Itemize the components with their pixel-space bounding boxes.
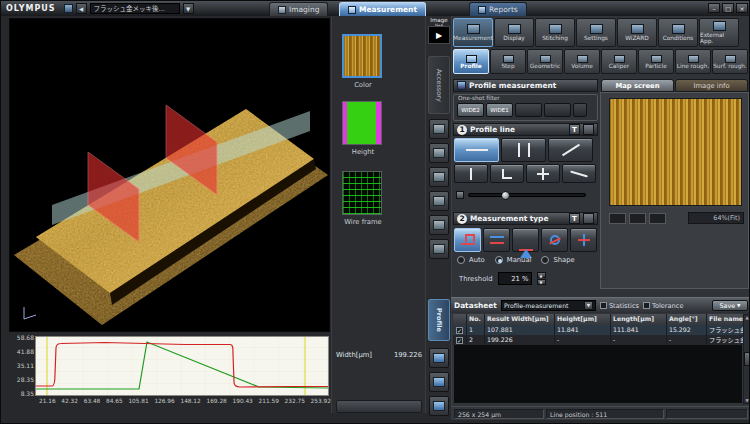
document-dropdown-button[interactable]: ▼ bbox=[183, 3, 194, 14]
image-list-expand-button[interactable]: ▶ bbox=[428, 26, 450, 44]
radio-auto[interactable] bbox=[457, 256, 465, 264]
profile-tool-icon-3[interactable] bbox=[429, 396, 449, 416]
datasheet-title: Datasheet bbox=[454, 301, 497, 310]
filter-wide2-button[interactable]: WIDE2 bbox=[457, 103, 484, 117]
thumb-panel-button[interactable] bbox=[336, 400, 422, 413]
statistics-checkbox[interactable] bbox=[600, 302, 607, 309]
threshold-input[interactable]: 21 % bbox=[498, 272, 532, 285]
minimize-button[interactable]: – bbox=[708, 3, 720, 13]
ribbon-wizard-button[interactable]: WiZARD bbox=[617, 18, 657, 47]
scroll-down-icon[interactable]: ▼ bbox=[745, 398, 748, 403]
measurement-type-options-button[interactable] bbox=[583, 213, 594, 224]
ribbon-measurement-button[interactable]: Measurement bbox=[453, 18, 493, 47]
map-thumb-3[interactable] bbox=[649, 213, 666, 224]
horizontal-line-button[interactable] bbox=[454, 138, 499, 162]
map-preview-image[interactable] bbox=[609, 98, 742, 206]
tab-imaging[interactable]: Imaging bbox=[269, 2, 328, 16]
x-tick: 211.59 bbox=[259, 398, 279, 404]
ribbon-settings-button[interactable]: Settings bbox=[576, 18, 616, 47]
threshold-down-button[interactable]: ▼ bbox=[537, 279, 546, 285]
ribbon-external-app-button[interactable]: External App. bbox=[699, 18, 739, 47]
row-checkbox[interactable]: ✓ bbox=[456, 327, 463, 334]
save-button[interactable]: Save ▼ bbox=[712, 300, 748, 311]
mode-particle-button[interactable]: Particle bbox=[638, 49, 674, 74]
thumbnail-height[interactable] bbox=[342, 101, 382, 145]
diagonal-line-button[interactable] bbox=[548, 138, 593, 162]
tolerance-checkbox-row[interactable]: Tolerance bbox=[643, 302, 683, 310]
cell-height: - bbox=[555, 335, 611, 345]
radio-manual[interactable] bbox=[495, 256, 503, 264]
tab-image-info[interactable]: Image info bbox=[675, 79, 748, 92]
free-line-button[interactable] bbox=[562, 164, 596, 183]
cross-section-measure-button[interactable] bbox=[570, 228, 597, 252]
3d-view-icon[interactable] bbox=[429, 119, 449, 139]
grid-icon[interactable] bbox=[429, 191, 449, 211]
mode-caliper-button[interactable]: Caliper bbox=[601, 49, 637, 74]
ruler-icon[interactable] bbox=[429, 239, 449, 259]
mode-volume-button[interactable]: Volume bbox=[564, 49, 600, 74]
datasheet-type-dropdown[interactable]: Profile-measurement ▼ bbox=[501, 300, 596, 311]
table-row[interactable]: ✓ 1 107.881 11.841 111.841 15.292 フラッシュ金 bbox=[453, 325, 743, 335]
layer-icon[interactable] bbox=[429, 167, 449, 187]
status-empty-segment bbox=[666, 409, 748, 419]
close-button[interactable]: × bbox=[736, 3, 748, 13]
thumbnail-color[interactable] bbox=[342, 34, 382, 78]
threshold-up-button[interactable]: ▲ bbox=[537, 272, 546, 278]
map-thumb-2[interactable] bbox=[629, 213, 646, 224]
angle-measure-button[interactable] bbox=[512, 228, 539, 252]
snapshot-icon[interactable] bbox=[429, 215, 449, 235]
back-button[interactable]: ◀ bbox=[76, 3, 87, 14]
mode-surface-roughness-button[interactable]: Surf. rough. bbox=[712, 49, 748, 74]
table-row[interactable]: ✓ 2 199.226 - - - フラッシュ金 bbox=[453, 335, 743, 345]
mode-profile-button[interactable]: Profile bbox=[453, 49, 489, 74]
table-scrollbar[interactable]: ▲ ▼ bbox=[743, 314, 750, 404]
step-measure-button[interactable] bbox=[454, 228, 481, 252]
2d-view-icon[interactable] bbox=[429, 143, 449, 163]
slider-end-button[interactable] bbox=[456, 191, 464, 199]
mode-geometric-button[interactable]: Geometric bbox=[527, 49, 563, 74]
measurement-type-text-tool-button[interactable]: T bbox=[569, 213, 580, 224]
profile-tool-icon-1[interactable] bbox=[429, 348, 449, 368]
ribbon-stitching-button[interactable]: Stitching bbox=[535, 18, 575, 47]
3d-viewport[interactable] bbox=[9, 18, 330, 332]
filter-wide1-button[interactable]: WIDE1 bbox=[486, 103, 513, 117]
statistics-checkbox-row[interactable]: Statistics bbox=[600, 302, 639, 310]
profile-line-text-tool-button[interactable]: T bbox=[569, 124, 580, 135]
width-measure-icon bbox=[490, 236, 504, 244]
maximize-button[interactable]: □ bbox=[722, 3, 734, 13]
corner-line-button[interactable] bbox=[490, 164, 524, 183]
row-checkbox[interactable]: ✓ bbox=[456, 337, 463, 344]
scrollbar-thumb[interactable] bbox=[744, 352, 750, 366]
thumbnail-wireframe[interactable] bbox=[342, 171, 382, 215]
map-thumb-1[interactable] bbox=[609, 213, 626, 224]
profile-side-tab[interactable]: Profile bbox=[428, 299, 450, 341]
mode-line-roughness-button[interactable]: Line rough. bbox=[675, 49, 711, 74]
profile-plot[interactable] bbox=[35, 336, 329, 400]
vertical-line-button[interactable] bbox=[454, 164, 488, 183]
radius-measure-button[interactable] bbox=[541, 228, 568, 252]
tab-map-screen[interactable]: Map screen bbox=[601, 79, 674, 92]
profile-tool-icon-2[interactable] bbox=[429, 372, 449, 392]
slider-handle[interactable] bbox=[501, 191, 510, 200]
filter-3-button[interactable] bbox=[515, 103, 542, 117]
tolerance-checkbox[interactable] bbox=[643, 302, 650, 309]
header-select-column bbox=[453, 314, 467, 325]
tab-reports[interactable]: Reports bbox=[469, 2, 527, 16]
mode-step-button[interactable]: Step bbox=[490, 49, 526, 74]
profile-line-options-button[interactable] bbox=[583, 124, 594, 135]
save-button-label: Save bbox=[719, 302, 735, 310]
tab-measurement[interactable]: Measurement bbox=[339, 2, 426, 16]
ribbon-display-button[interactable]: Display bbox=[494, 18, 534, 47]
document-title[interactable]: フラッシュ金メッキ後… bbox=[90, 3, 180, 14]
line-width-slider[interactable] bbox=[468, 193, 586, 197]
radio-shape[interactable] bbox=[541, 256, 549, 264]
filter-4-button[interactable] bbox=[544, 103, 571, 117]
parallel-lines-button[interactable] bbox=[501, 138, 546, 162]
step-2-badge: 2 bbox=[457, 214, 467, 224]
ribbon-conditions-button[interactable]: Conditions bbox=[658, 18, 698, 47]
scroll-up-icon[interactable]: ▲ bbox=[745, 315, 748, 320]
accessory-tab[interactable]: Accessory bbox=[428, 56, 450, 114]
cross-line-button[interactable] bbox=[526, 164, 560, 183]
width-measure-button[interactable] bbox=[483, 228, 510, 252]
filter-more-button[interactable] bbox=[573, 103, 587, 117]
